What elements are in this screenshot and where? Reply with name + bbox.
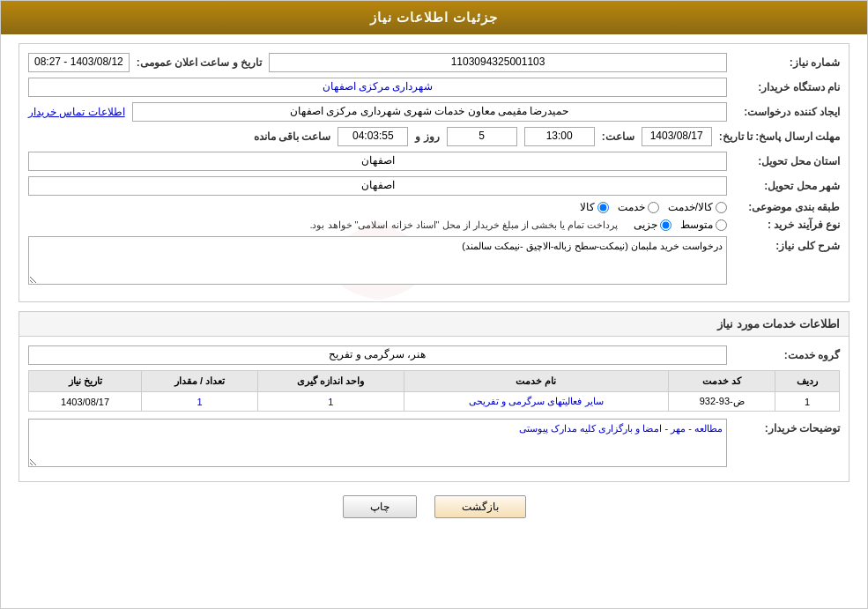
row-farayand: نوع فرآیند خرید : متوسط جزیی پرداخت تمام…	[28, 219, 840, 231]
khadamat-section: گروه خدمت: هنر، سرگرمی و تفریح ردیف کد خ…	[19, 336, 849, 482]
radio-kala-khadamat-label: کالا/خدمت	[668, 201, 713, 213]
radio-kala: کالا	[580, 201, 609, 213]
page-title: جزئیات اطلاعات نیاز	[370, 10, 498, 25]
farayand-label: نوع فرآیند خرید :	[734, 219, 840, 231]
table-cell: 1	[775, 392, 840, 412]
col-name: نام خدمت	[404, 371, 669, 392]
grohe-value: هنر، سرگرمی و تفریح	[28, 345, 727, 365]
page-header: جزئیات اطلاعات نیاز	[1, 1, 867, 34]
page-wrapper: جزئیات اطلاعات نیاز شماره نیاز: 11030943…	[0, 0, 868, 609]
shahr-value: اصفهان	[28, 176, 727, 196]
dastgah-label: نام دستگاه خریدار:	[734, 81, 840, 93]
table-cell: 1	[257, 392, 404, 412]
radio-khadamat-label: خدمت	[618, 201, 645, 213]
ostan-label: استان محل تحویل:	[734, 155, 840, 167]
manande-label: ساعت باقی مانده	[254, 130, 331, 143]
tosih-label: توضیحات خریدار:	[734, 419, 840, 434]
ijad-value: حمیدرضا مقیمی معاون خدمات شهری شهرداری م…	[132, 102, 727, 122]
tarikh-elan-label: تاریخ و ساعت اعلان عمومی:	[137, 56, 262, 69]
mohlet-label: مهلت ارسال پاسخ: تا تاریخ:	[719, 130, 840, 143]
row-tosih: توضیحات خریدار:	[28, 419, 840, 467]
col-unit: واحد اندازه گیری	[257, 371, 404, 392]
shahr-label: شهر محل تحویل:	[734, 180, 840, 192]
table-row: 1ض-93-932سایر فعالیتهای سرگرمی و تفریحی1…	[29, 392, 840, 412]
dastgah-value: شهرداری مرکزی اصفهان	[28, 78, 727, 97]
ijad-link[interactable]: اطلاعات تماس خریدار	[28, 106, 125, 118]
time-label: ساعت:	[602, 130, 634, 143]
shomara-value: 1103094325001103	[269, 53, 727, 72]
table-cell: ض-93-932	[669, 392, 775, 412]
table-cell: 1	[142, 392, 258, 412]
radio-kala-label: کالا	[580, 201, 595, 213]
col-code: کد خدمت	[669, 371, 775, 392]
radio-motovaset: متوسط	[680, 219, 727, 231]
shomara-label: شماره نیاز:	[734, 56, 840, 69]
radio-jozee-input[interactable]	[660, 219, 671, 231]
main-form: شماره نیاز: 1103094325001103 تاریخ و ساع…	[19, 43, 849, 302]
row-shomara: شماره نیاز: 1103094325001103 تاریخ و ساع…	[28, 53, 840, 72]
table-cell: 1403/08/17	[29, 392, 142, 412]
row-tabagheh: طبقه بندی موضوعی: کالا/خدمت خدمت کالا	[28, 201, 840, 213]
row-ostan: استان محل تحویل: اصفهان	[28, 152, 840, 171]
tosih-textarea[interactable]	[28, 419, 727, 467]
col-count: تعداد / مقدار	[142, 371, 258, 392]
row-dastgah: نام دستگاه خریدار: شهرداری مرکزی اصفهان	[28, 78, 840, 97]
khadamat-section-title: اطلاعات خدمات مورد نیاز	[19, 311, 849, 336]
roz-label: روز و	[415, 130, 439, 143]
ostan-value: اصفهان	[28, 152, 727, 171]
farayand-description: پرداخت تمام یا بخشی از مبلغ خریدار از مح…	[309, 219, 618, 231]
radio-jozee: جزیی	[634, 219, 671, 231]
table-cell: سایر فعالیتهای سرگرمی و تفریحی	[404, 392, 669, 412]
services-table: ردیف کد خدمت نام خدمت واحد اندازه گیری ت…	[28, 370, 840, 412]
row-sharh: شرح کلی نیاز: AnaRender	[28, 236, 840, 287]
button-row: بازگشت چاپ	[19, 495, 849, 531]
date-value: 1403/08/17	[642, 127, 712, 146]
radio-khadamat: خدمت	[618, 201, 659, 213]
radio-motovaset-label: متوسط	[680, 219, 713, 231]
sharh-textarea[interactable]	[28, 236, 727, 285]
radio-kala-khadamat-input[interactable]	[716, 202, 727, 213]
grohe-label: گروه خدمت:	[734, 349, 840, 361]
col-date: تاریخ نیاز	[29, 371, 142, 392]
sharh-label: شرح کلی نیاز:	[734, 236, 840, 252]
row-ijad: ایجاد کننده درخواست: حمیدرضا مقیمی معاون…	[28, 102, 840, 122]
time-value: 13:00	[524, 127, 595, 146]
row-grohe: گروه خدمت: هنر، سرگرمی و تفریح	[28, 345, 840, 365]
content-area: شماره نیاز: 1103094325001103 تاریخ و ساع…	[1, 34, 867, 549]
roz-value: 5	[447, 127, 517, 146]
radio-motovaset-input[interactable]	[716, 219, 727, 231]
col-radif: ردیف	[775, 371, 840, 392]
tabagheh-label: طبقه بندی موضوعی:	[734, 201, 840, 213]
row-mohlet: مهلت ارسال پاسخ: تا تاریخ: 1403/08/17 سا…	[28, 127, 840, 146]
back-button[interactable]: بازگشت	[434, 495, 526, 518]
farayand-radio-group: متوسط جزیی	[634, 219, 727, 231]
row-shahr: شهر محل تحویل: اصفهان	[28, 176, 840, 196]
radio-kala-khadamat: کالا/خدمت	[668, 201, 727, 213]
tabagheh-radio-group: کالا/خدمت خدمت کالا	[580, 201, 727, 213]
sharh-container: AnaRender	[28, 236, 727, 287]
radio-khadamat-input[interactable]	[648, 202, 659, 213]
radio-kala-input[interactable]	[597, 202, 609, 213]
manande-value: 04:03:55	[338, 127, 408, 146]
tarikh-elan-value: 1403/08/12 - 08:27	[28, 53, 130, 72]
radio-jozee-label: جزیی	[634, 219, 657, 231]
print-button[interactable]: چاپ	[343, 495, 417, 518]
ijad-label: ایجاد کننده درخواست:	[734, 106, 840, 118]
